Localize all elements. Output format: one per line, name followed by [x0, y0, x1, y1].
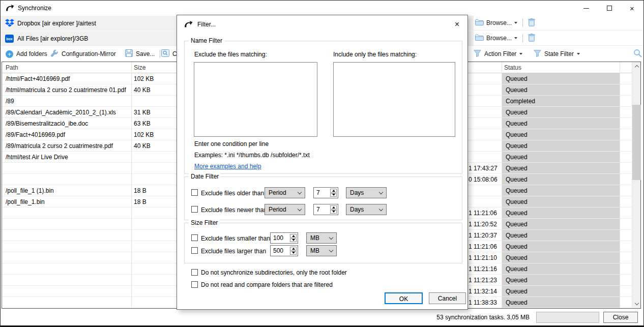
chevron-down-icon [298, 206, 302, 211]
add-icon: + [6, 50, 13, 58]
delete-account-button[interactable] [528, 18, 535, 28]
smaller-unit-select[interactable]: MB [306, 232, 337, 244]
exclude-newer-label: Exclude files newer than [201, 206, 267, 214]
larger-unit-select[interactable]: MB [306, 245, 337, 256]
cell-status: Queued [502, 196, 620, 207]
dialog-title-bar: Filter... × [177, 15, 467, 34]
action-filter-button[interactable]: Action Filter [474, 46, 522, 62]
older-unit-select[interactable]: Days [346, 187, 387, 198]
cell-status: Queued [502, 118, 620, 129]
ok-button[interactable]: OK [385, 292, 423, 304]
chevron-down-icon [329, 235, 333, 239]
name-filter-legend: Name Filter [189, 37, 224, 44]
cell-size: 18 B [134, 187, 147, 194]
cell-size: 18 B [134, 198, 147, 205]
newer-unit-select[interactable]: Days [346, 204, 387, 215]
minimize-button[interactable] [575, 1, 598, 16]
cell-date: 1 11:21:23 [469, 277, 501, 284]
cell-status: Queued [502, 140, 620, 151]
vertical-scrollbar[interactable] [632, 62, 640, 308]
cell-date: 1 11:21:10 [469, 254, 501, 261]
cell-path: /89/matricula 2 curso 2 cuatrimestre.pdf [6, 142, 113, 150]
spin-down-button[interactable] [330, 193, 337, 197]
older-value-spinner[interactable]: 7 [313, 187, 338, 198]
scroll-down-button[interactable] [632, 300, 641, 308]
exclude-smaller-label: Exclude files smaller than [201, 235, 270, 242]
spin-up-button[interactable] [330, 205, 337, 210]
folder-icon [475, 34, 484, 43]
add-folders-button[interactable]: + Add folders [6, 46, 47, 62]
close-window-button[interactable]: × [621, 1, 643, 16]
larger-value-spinner[interactable]: 500 [270, 245, 298, 256]
divider [522, 34, 523, 42]
no-read-filtered-checkbox[interactable] [191, 281, 198, 288]
browse-button[interactable]: Browse... [475, 19, 517, 27]
spin-up-button[interactable] [290, 247, 297, 251]
spin-up-button[interactable] [290, 234, 297, 238]
more-examples-link[interactable]: More examples and help [194, 163, 261, 170]
browse-button[interactable]: Browse... [475, 34, 517, 43]
search-button[interactable] [633, 46, 642, 62]
save-button[interactable]: Save... [125, 46, 155, 62]
older-mode-value: Period [269, 189, 286, 196]
scrollbar-thumb[interactable] [632, 105, 641, 180]
cell-status: Queued [502, 73, 620, 84]
title-bar: Synchronize × [1, 1, 643, 16]
column-header-path[interactable]: Path [6, 64, 18, 71]
cell-path: /html/matricula 2 curso 2 cuatrimestre 0… [6, 86, 126, 94]
chevron-up-icon [634, 65, 638, 69]
configuration-mirror-button[interactable]: Configuration-Mirror [50, 46, 116, 62]
no-subdirectories-checkbox[interactable] [191, 269, 198, 276]
exclude-matching-label: Exclude the files matching: [194, 51, 267, 58]
cell-status: Queued [502, 163, 620, 173]
app-sync-icon [6, 4, 14, 14]
exclude-older-label: Exclude files older than [201, 190, 264, 197]
smaller-value-spinner[interactable]: 100 [270, 232, 298, 244]
chevron-down-icon [514, 37, 517, 39]
configuration-mirror-label: Configuration-Mirror [62, 50, 116, 57]
close-button[interactable]: Close [603, 312, 638, 323]
cell-date: 1 11:20:52 [469, 221, 501, 228]
cell-size: 40 KB [134, 86, 151, 94]
include-patterns-input[interactable] [333, 62, 455, 137]
exclude-larger-checkbox[interactable] [191, 247, 198, 254]
browse-label: Browse... [486, 35, 512, 42]
cell-status: Queued [502, 297, 620, 308]
scroll-up-button[interactable] [632, 62, 641, 71]
cell-path: /89/Fact+4016969.pdf [6, 131, 65, 138]
newer-mode-select[interactable]: Period [265, 204, 305, 215]
no-read-filtered-label: Do not read and compare folders that are… [201, 281, 333, 288]
exclude-patterns-input[interactable] [194, 62, 317, 137]
column-header-status[interactable]: Status [504, 64, 521, 71]
size-filter-legend: Size Filter [189, 219, 220, 226]
cancel-button[interactable]: Cancel [429, 292, 466, 304]
spin-up-button[interactable] [330, 189, 337, 193]
cell-status: Queued [502, 230, 620, 241]
spin-down-button[interactable] [290, 251, 297, 255]
smaller-value: 100 [273, 234, 283, 242]
maximize-button[interactable] [598, 1, 621, 16]
condition-hint: Enter one condition per line [194, 140, 269, 147]
examples-text: Examples: *.ini */thumbs.db /subfolder/*… [194, 152, 310, 159]
cell-date: 0 15:08:06 [469, 176, 501, 183]
older-mode-select[interactable]: Period [265, 187, 305, 198]
spin-down-button[interactable] [330, 210, 337, 214]
dialog-close-button[interactable]: × [453, 19, 461, 29]
state-filter-button[interactable]: State Filter [534, 46, 580, 62]
exclude-older-checkbox[interactable] [191, 189, 198, 196]
exclude-newer-checkbox[interactable] [191, 206, 198, 213]
folder-icon [475, 19, 484, 27]
cell-status: Queued [502, 241, 620, 252]
cell-date: 1 11:21:06 [469, 210, 501, 217]
cell-size: 102 KB [134, 75, 154, 82]
newer-value-spinner[interactable]: 7 [313, 204, 338, 215]
column-header-size[interactable]: Size [134, 64, 145, 71]
spin-down-button[interactable] [290, 239, 297, 243]
size-filter-group: Size Filter Exclude files smaller than 1… [184, 223, 462, 263]
cell-path: /89/Calendari_Acadèmic_2010_2_(1).xls [6, 109, 116, 116]
exclude-smaller-checkbox[interactable] [191, 234, 198, 241]
larger-unit-value: MB [310, 247, 319, 254]
cell-date: 1 17:43:27 [469, 165, 501, 172]
delete-account-button[interactable] [528, 34, 535, 43]
chevron-down-icon [329, 248, 333, 252]
